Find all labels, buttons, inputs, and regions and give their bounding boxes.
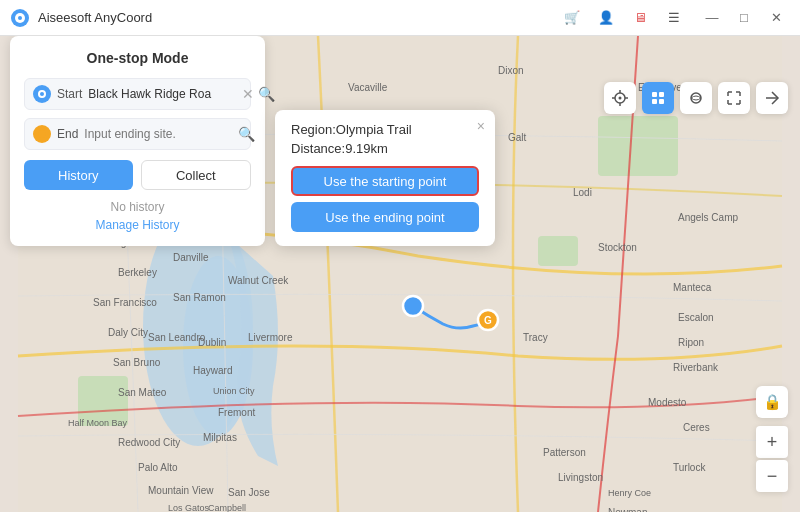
toolbar-icons: 🛒 👤 🖥 ☰: [558, 4, 688, 32]
svg-text:Stockton: Stockton: [598, 242, 637, 253]
svg-text:Dixon: Dixon: [498, 65, 524, 76]
svg-rect-66: [659, 99, 664, 104]
clear-start-icon[interactable]: ✕: [242, 86, 254, 102]
svg-text:Hayward: Hayward: [193, 365, 232, 376]
svg-text:Lodi: Lodi: [573, 187, 592, 198]
popup-close-btn[interactable]: ×: [477, 118, 485, 134]
svg-text:Tracy: Tracy: [523, 332, 548, 343]
location-icon-btn[interactable]: [604, 82, 636, 114]
minimize-button[interactable]: —: [698, 4, 726, 32]
svg-text:Redwood City: Redwood City: [118, 437, 180, 448]
svg-text:Milpitas: Milpitas: [203, 432, 237, 443]
start-label: Start: [57, 87, 82, 101]
svg-point-71: [38, 130, 46, 138]
svg-point-2: [18, 16, 22, 20]
svg-text:Campbell: Campbell: [208, 503, 246, 512]
svg-text:Livingston: Livingston: [558, 472, 603, 483]
svg-text:Turlock: Turlock: [673, 462, 706, 473]
use-starting-point-btn[interactable]: Use the starting point: [291, 166, 479, 196]
zoom-in-btn[interactable]: +: [756, 426, 788, 458]
svg-text:Palo Alto: Palo Alto: [138, 462, 178, 473]
menu-icon[interactable]: ☰: [660, 4, 688, 32]
start-location-row: Start ✕ 🔍: [24, 78, 251, 110]
manage-history-link[interactable]: Manage History: [24, 218, 251, 232]
map-top-controls: [604, 82, 788, 114]
svg-rect-6: [598, 116, 678, 176]
info-popup: × Region:Olympia Trail Distance:9.19km U…: [275, 110, 495, 246]
svg-text:Los Gatos: Los Gatos: [168, 503, 210, 512]
map-mode-btn[interactable]: [642, 82, 674, 114]
end-input[interactable]: [84, 127, 234, 141]
svg-text:Walnut Creek: Walnut Creek: [228, 275, 289, 286]
end-icon: [33, 125, 51, 143]
svg-point-67: [691, 93, 701, 103]
maximize-button[interactable]: □: [730, 4, 758, 32]
svg-text:Galt: Galt: [508, 132, 527, 143]
map-bottom-controls: 🔒 + −: [756, 386, 788, 492]
no-history-text: No history: [24, 200, 251, 214]
svg-text:Daly City: Daly City: [108, 327, 148, 338]
collect-button[interactable]: Collect: [141, 160, 252, 190]
action-buttons: History Collect: [24, 160, 251, 190]
svg-text:Union City: Union City: [213, 386, 255, 396]
svg-text:G: G: [484, 315, 492, 326]
left-panel: One-stop Mode Start ✕ 🔍 End 🔍 History Co…: [10, 36, 265, 246]
cart-icon[interactable]: 🛒: [558, 4, 586, 32]
svg-text:Berkeley: Berkeley: [118, 267, 157, 278]
screen-icon[interactable]: 🖥: [626, 4, 654, 32]
search-end-icon[interactable]: 🔍: [238, 126, 255, 142]
svg-point-58: [619, 97, 622, 100]
svg-text:San Jose: San Jose: [228, 487, 270, 498]
satellite-btn[interactable]: [680, 82, 712, 114]
search-start-icon[interactable]: 🔍: [258, 86, 275, 102]
svg-rect-7: [538, 236, 578, 266]
history-button[interactable]: History: [24, 160, 133, 190]
close-button[interactable]: ✕: [762, 4, 790, 32]
start-input[interactable]: [88, 87, 238, 101]
svg-point-70: [40, 92, 44, 96]
user-icon[interactable]: 👤: [592, 4, 620, 32]
window-controls: 🛒 👤 🖥 ☰ — □ ✕: [558, 4, 790, 32]
svg-text:Fremont: Fremont: [218, 407, 255, 418]
svg-rect-63: [652, 92, 657, 97]
svg-text:Riverbank: Riverbank: [673, 362, 719, 373]
zoom-out-btn[interactable]: −: [756, 460, 788, 492]
panel-title: One-stop Mode: [24, 50, 251, 66]
svg-text:Danville: Danville: [173, 252, 209, 263]
svg-text:Half Moon Bay: Half Moon Bay: [68, 418, 128, 428]
svg-text:Henry Coe: Henry Coe: [608, 488, 651, 498]
expand-btn[interactable]: [718, 82, 750, 114]
svg-text:Modesto: Modesto: [648, 397, 687, 408]
svg-text:Patterson: Patterson: [543, 447, 586, 458]
svg-rect-65: [652, 99, 657, 104]
svg-text:San Mateo: San Mateo: [118, 387, 167, 398]
svg-text:Vacaville: Vacaville: [348, 82, 388, 93]
svg-text:San Francisco: San Francisco: [93, 297, 157, 308]
svg-point-54: [403, 296, 423, 316]
titlebar: Aiseesoft AnyCoord 🛒 👤 🖥 ☰ — □ ✕: [0, 0, 800, 36]
app-logo: [10, 8, 30, 28]
end-location-row: End 🔍: [24, 118, 251, 150]
svg-text:Livermore: Livermore: [248, 332, 293, 343]
popup-distance: Distance:9.19km: [291, 141, 479, 156]
use-ending-point-btn[interactable]: Use the ending point: [291, 202, 479, 232]
svg-text:Ripon: Ripon: [678, 337, 704, 348]
svg-text:San Bruno: San Bruno: [113, 357, 161, 368]
svg-text:Escalon: Escalon: [678, 312, 714, 323]
svg-text:Ceres: Ceres: [683, 422, 710, 433]
lock-btn[interactable]: 🔒: [756, 386, 788, 418]
svg-text:San Ramon: San Ramon: [173, 292, 226, 303]
share-btn[interactable]: [756, 82, 788, 114]
app-title: Aiseesoft AnyCoord: [38, 10, 558, 25]
end-label: End: [57, 127, 78, 141]
svg-text:Mountain View: Mountain View: [148, 485, 214, 496]
popup-region: Region:Olympia Trail: [291, 122, 479, 137]
svg-text:Dublin: Dublin: [198, 337, 226, 348]
start-icon: [33, 85, 51, 103]
svg-rect-64: [659, 92, 664, 97]
svg-text:Newman: Newman: [608, 507, 647, 512]
svg-text:Angels Camp: Angels Camp: [678, 212, 738, 223]
svg-text:Manteca: Manteca: [673, 282, 712, 293]
